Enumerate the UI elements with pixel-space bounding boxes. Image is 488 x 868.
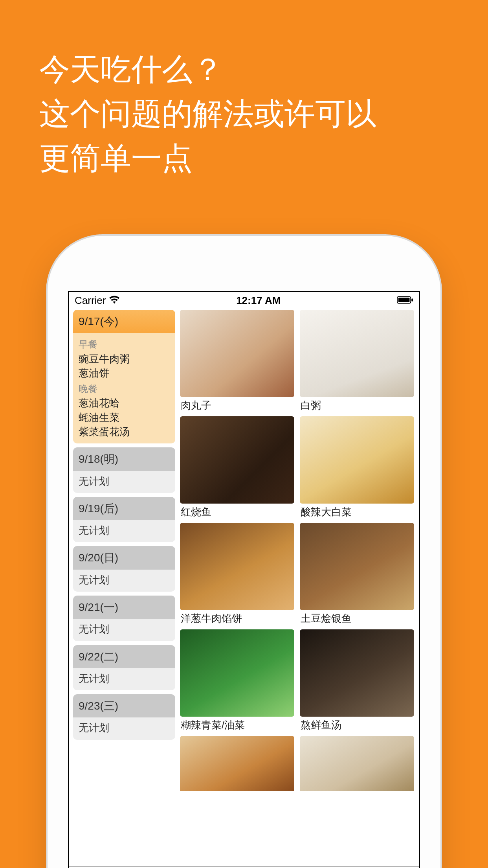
day-card-2[interactable]: 9/19(后)无计划	[73, 497, 175, 542]
day-date: 9/23(三)	[73, 694, 175, 717]
dish-name: 白粥	[300, 399, 414, 412]
dish-name: 洋葱牛肉馅饼	[180, 612, 294, 625]
status-bar: Carrier 12:17 AM	[69, 292, 419, 309]
hero-line2: 这个问题的解法或许可以	[39, 92, 453, 136]
wifi-icon	[109, 294, 120, 307]
hero-line3: 更简单一点	[39, 136, 453, 180]
phone-frame: Carrier 12:17 AM 9/17(今)早餐豌豆牛肉粥葱油饼晚餐葱油花蛤…	[48, 236, 440, 868]
day-body: 无计划	[73, 717, 175, 739]
dish-name: 糊辣青菜/油菜	[180, 718, 294, 732]
dish-name: 土豆烩银鱼	[300, 612, 414, 625]
no-plan-label: 无计划	[79, 573, 170, 587]
dish-card[interactable]: 土豆烩银鱼	[300, 523, 414, 625]
day-date: 9/20(日)	[73, 546, 175, 569]
tab-bar	[69, 866, 419, 868]
no-plan-label: 无计划	[79, 523, 170, 537]
day-body: 无计划	[73, 619, 175, 641]
day-card-6[interactable]: 9/23(三)无计划	[73, 694, 175, 740]
day-sidebar[interactable]: 9/17(今)早餐豌豆牛肉粥葱油饼晚餐葱油花蛤蚝油生菜紫菜蛋花汤9/18(明)无…	[73, 310, 175, 866]
dish-image	[300, 736, 414, 791]
dish-card[interactable]: 肉丸子	[180, 310, 294, 412]
phone-screen: Carrier 12:17 AM 9/17(今)早餐豌豆牛肉粥葱油饼晚餐葱油花蛤…	[68, 291, 420, 868]
dish-card[interactable]: 酸辣大白菜	[300, 416, 414, 519]
meal-item: 紫菜蛋花汤	[79, 425, 170, 439]
status-time: 12:17 AM	[236, 294, 281, 307]
dish-card[interactable]: 糊辣青菜/油菜	[180, 629, 294, 732]
day-body: 无计划	[73, 668, 175, 690]
dish-image	[180, 416, 294, 504]
dish-image	[180, 736, 294, 791]
day-card-4[interactable]: 9/21(一)无计划	[73, 596, 175, 641]
day-card-1[interactable]: 9/18(明)无计划	[73, 447, 175, 493]
no-plan-label: 无计划	[79, 622, 170, 636]
meal-item: 豌豆牛肉粥	[79, 352, 170, 366]
dish-card[interactable]	[300, 736, 414, 791]
dish-card[interactable]: 洋葱牛肉馅饼	[180, 523, 294, 625]
day-body: 无计划	[73, 520, 175, 542]
dish-name: 红烧鱼	[180, 505, 294, 519]
dish-name: 熬鲜鱼汤	[300, 718, 414, 732]
day-body: 无计划	[73, 570, 175, 592]
svg-rect-1	[411, 298, 413, 302]
dish-image	[180, 310, 294, 397]
dish-card[interactable]	[180, 736, 294, 791]
dish-image	[300, 629, 414, 717]
day-card-3[interactable]: 9/20(日)无计划	[73, 546, 175, 592]
hero-line1: 今天吃什么？	[39, 47, 453, 92]
day-body: 无计划	[73, 471, 175, 493]
status-left: Carrier	[75, 294, 120, 307]
meal-label: 早餐	[79, 338, 170, 351]
meal-item: 葱油花蛤	[79, 396, 170, 410]
dish-card[interactable]: 红烧鱼	[180, 416, 294, 519]
svg-rect-2	[398, 298, 410, 302]
meal-label: 晚餐	[79, 382, 170, 395]
dish-image	[180, 523, 294, 610]
meal-item: 蚝油生菜	[79, 410, 170, 425]
day-card-0[interactable]: 9/17(今)早餐豌豆牛肉粥葱油饼晚餐葱油花蛤蚝油生菜紫菜蛋花汤	[73, 310, 175, 443]
day-date: 9/18(明)	[73, 447, 175, 471]
day-date: 9/22(二)	[73, 645, 175, 668]
battery-icon	[397, 294, 413, 307]
dish-grid[interactable]: 肉丸子白粥红烧鱼酸辣大白菜洋葱牛肉馅饼土豆烩银鱼糊辣青菜/油菜熬鲜鱼汤	[180, 310, 415, 866]
hero-text: 今天吃什么？ 这个问题的解法或许可以 更简单一点	[0, 0, 488, 180]
day-date: 9/21(一)	[73, 596, 175, 619]
day-body: 早餐豌豆牛肉粥葱油饼晚餐葱油花蛤蚝油生菜紫菜蛋花汤	[73, 333, 175, 443]
dish-card[interactable]: 熬鲜鱼汤	[300, 629, 414, 732]
dish-image	[300, 523, 414, 610]
dish-card[interactable]: 白粥	[300, 310, 414, 412]
dish-name: 酸辣大白菜	[300, 505, 414, 519]
meal-item: 葱油饼	[79, 366, 170, 380]
dish-name: 肉丸子	[180, 399, 294, 412]
carrier-label: Carrier	[75, 294, 106, 307]
dish-image	[300, 310, 414, 397]
dish-image	[300, 416, 414, 504]
no-plan-label: 无计划	[79, 671, 170, 686]
day-date: 9/19(后)	[73, 497, 175, 520]
day-card-5[interactable]: 9/22(二)无计划	[73, 645, 175, 691]
day-date: 9/17(今)	[73, 310, 175, 333]
main-content: 9/17(今)早餐豌豆牛肉粥葱油饼晚餐葱油花蛤蚝油生菜紫菜蛋花汤9/18(明)无…	[69, 309, 419, 866]
dish-image	[180, 629, 294, 717]
no-plan-label: 无计划	[79, 474, 170, 488]
no-plan-label: 无计划	[79, 721, 170, 735]
